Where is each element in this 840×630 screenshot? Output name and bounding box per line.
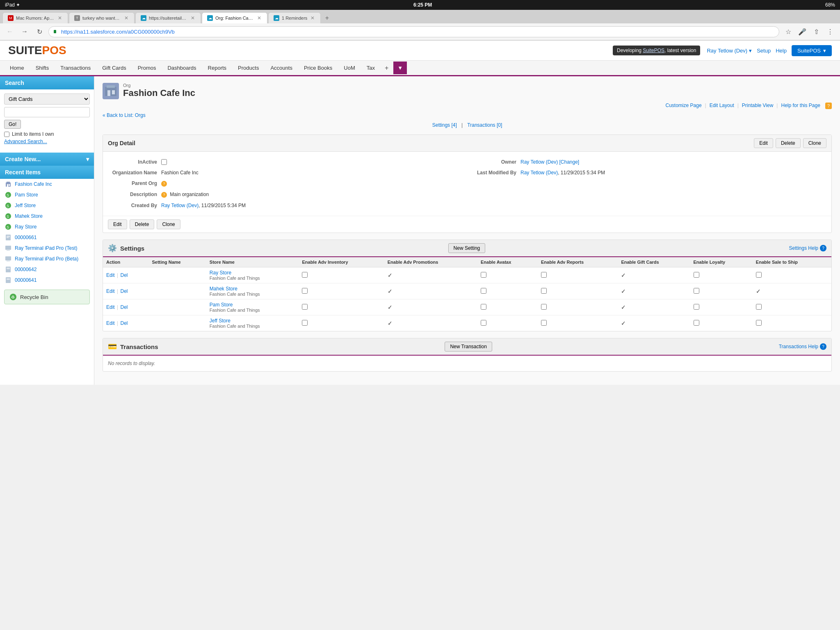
recent-item-00000642[interactable]: 00000642 <box>0 264 94 275</box>
row2-store-link[interactable]: Mahek Store <box>210 286 296 292</box>
inactive-checkbox[interactable] <box>161 159 167 165</box>
row2-edit-link[interactable]: Edit <box>106 288 115 294</box>
recent-item-00000661[interactable]: 00000661 <box>0 232 94 243</box>
nav-item-promos[interactable]: Promos <box>132 61 162 75</box>
tab-turkey[interactable]: T turkey who wants to ✕ <box>69 12 135 23</box>
transactions-help-link[interactable]: Transactions Help ? <box>779 343 826 350</box>
suitepos-button[interactable]: SuitePOS ▾ <box>792 45 832 56</box>
row3-store-link[interactable]: Pam Store <box>210 302 296 308</box>
row2-del-link[interactable]: Del <box>121 288 128 294</box>
back-to-list-link[interactable]: « Back to List: Orgs <box>103 112 832 118</box>
row3-adv-reports-check[interactable] <box>541 304 547 310</box>
tab-close-reminders[interactable]: ✕ <box>310 15 315 21</box>
org-delete-button-bottom[interactable]: Delete <box>130 219 155 229</box>
owner-link[interactable]: Ray Tetlow (Dev) <box>520 159 558 165</box>
transactions-tab-link[interactable]: Transactions [0] <box>467 122 502 128</box>
advanced-search-link[interactable]: Advanced Search... <box>4 139 90 144</box>
tab-org-fashion[interactable]: ☁ Org: Fashion Cafe In... ✕ <box>202 12 267 23</box>
nav-item-home[interactable]: Home <box>4 61 30 75</box>
org-edit-button[interactable]: Edit <box>754 138 773 148</box>
row2-adv-reports-check[interactable] <box>541 288 547 294</box>
row4-sale-to-ship-check[interactable] <box>756 320 762 326</box>
limit-checkbox[interactable] <box>4 132 9 137</box>
new-setting-button[interactable]: New Setting <box>448 243 486 253</box>
bookmark-button[interactable]: ☆ <box>783 26 794 37</box>
last-modified-link[interactable]: Ray Tetlow (Dev) <box>520 170 558 176</box>
search-type-select[interactable]: Gift Cards <box>4 94 90 105</box>
recent-item-pam-store[interactable]: S Pam Store <box>0 189 94 200</box>
recent-item-jeff-store[interactable]: S Jeff Store <box>0 200 94 211</box>
owner-change-link[interactable]: [Change] <box>559 159 579 165</box>
row3-del-link[interactable]: Del <box>121 304 128 310</box>
row1-adv-inventory-check[interactable] <box>302 272 308 278</box>
help-page-link[interactable]: Help for this Page <box>781 103 820 109</box>
dev-tooltip-link[interactable]: SuitePOS <box>643 48 664 53</box>
nav-item-tax[interactable]: Tax <box>361 61 381 75</box>
forward-button[interactable]: → <box>19 26 30 37</box>
row1-del-link[interactable]: Del <box>121 272 128 278</box>
row1-loyalty-check[interactable] <box>694 272 699 278</box>
tab-reminders[interactable]: ☁ 1 Reminders ✕ <box>268 12 321 23</box>
recent-item-00000641[interactable]: 00000641 <box>0 275 94 285</box>
sidebar-search-header[interactable]: Search <box>0 76 94 89</box>
row4-avatax-check[interactable] <box>481 320 486 326</box>
recent-item-mahek-store[interactable]: S Mahek Store <box>0 211 94 221</box>
nav-item-dashboards[interactable]: Dashboards <box>162 61 202 75</box>
nav-item-gift-cards[interactable]: Gift Cards <box>96 61 132 75</box>
row1-adv-reports-check[interactable] <box>541 272 547 278</box>
row2-adv-inventory-check[interactable] <box>302 288 308 294</box>
setup-link[interactable]: Setup <box>757 48 771 54</box>
recycle-bin[interactable]: ♻ Recycle Bin <box>4 290 90 304</box>
user-dropdown[interactable]: Ray Tetlow (Dev) ▾ <box>707 48 752 54</box>
row1-sale-to-ship-check[interactable] <box>756 272 762 278</box>
org-delete-button[interactable]: Delete <box>776 138 801 148</box>
row4-del-link[interactable]: Del <box>121 320 128 326</box>
tab-close-org-fashion[interactable]: ✕ <box>256 15 262 21</box>
tab-close-suiteretail[interactable]: ✕ <box>190 15 196 21</box>
new-transaction-button[interactable]: New Transaction <box>445 342 492 352</box>
tab-suiteretail[interactable]: ☁ https://suiteretail.my... ✕ <box>135 12 201 23</box>
row4-edit-link[interactable]: Edit <box>106 320 115 326</box>
row4-adv-reports-check[interactable] <box>541 320 547 326</box>
go-button[interactable]: Go! <box>4 120 21 129</box>
row3-avatax-check[interactable] <box>481 304 486 310</box>
nav-item-accounts[interactable]: Accounts <box>265 61 298 75</box>
back-button[interactable]: ← <box>4 26 16 37</box>
nav-item-shifts[interactable]: Shifts <box>30 61 55 75</box>
tab-mac-rumors[interactable]: M Mac Rumors: Apple ✕ <box>2 12 68 23</box>
menu-button[interactable]: ⋮ <box>824 26 836 37</box>
nav-dropdown-button[interactable]: ▼ <box>393 62 407 74</box>
recent-item-ray-terminal-beta[interactable]: Ray Terminal iPad Pro (Beta) <box>0 253 94 264</box>
recent-item-ray-store[interactable]: S Ray Store <box>0 221 94 232</box>
settings-tab-link[interactable]: Settings [4] <box>432 122 457 128</box>
row3-adv-inventory-check[interactable] <box>302 304 308 310</box>
create-new-section[interactable]: Create New... ▾ <box>0 153 94 166</box>
row4-adv-inventory-check[interactable] <box>302 320 308 326</box>
settings-help-link[interactable]: Settings Help ? <box>789 245 826 251</box>
nav-item-reports[interactable]: Reports <box>202 61 233 75</box>
org-clone-button[interactable]: Clone <box>803 138 826 148</box>
new-tab-button[interactable]: + <box>322 13 332 23</box>
row4-store-link[interactable]: Jeff Store <box>210 318 296 324</box>
printable-view-link[interactable]: Printable View <box>742 103 774 109</box>
tab-close-mac-rumors[interactable]: ✕ <box>57 15 63 21</box>
search-input[interactable] <box>4 107 90 117</box>
nav-item-products[interactable]: Products <box>232 61 265 75</box>
org-clone-button-bottom[interactable]: Clone <box>157 219 180 229</box>
row1-edit-link[interactable]: Edit <box>106 272 115 278</box>
edit-layout-link[interactable]: Edit Layout <box>710 103 734 109</box>
recent-item-fashion-cafe[interactable]: Fashion Cafe Inc <box>0 179 94 189</box>
help-link[interactable]: Help <box>776 48 787 54</box>
row3-edit-link[interactable]: Edit <box>106 304 115 310</box>
org-edit-button-bottom[interactable]: Edit <box>108 219 127 229</box>
row3-sale-to-ship-check[interactable] <box>756 304 762 310</box>
share-button[interactable]: ⇧ <box>810 26 822 37</box>
microphone-button[interactable]: 🎤 <box>797 26 808 37</box>
row1-avatax-check[interactable] <box>481 272 486 278</box>
row3-loyalty-check[interactable] <box>694 304 699 310</box>
nav-plus-button[interactable]: + <box>381 61 393 75</box>
row2-loyalty-check[interactable] <box>694 288 699 294</box>
address-input[interactable] <box>48 26 779 37</box>
customize-page-link[interactable]: Customize Page <box>666 103 702 109</box>
row4-loyalty-check[interactable] <box>694 320 699 326</box>
